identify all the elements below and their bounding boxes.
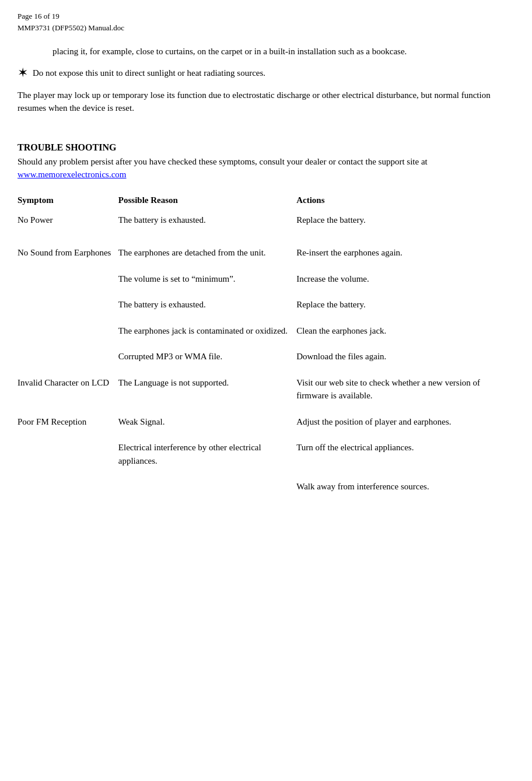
- cell-action: [296, 236, 514, 243]
- cell-symptom: Poor FM Reception: [18, 412, 118, 432]
- sun-warning-row: ✶ Do not expose this unit to direct sunl…: [18, 66, 514, 80]
- cell-symptom: [18, 269, 118, 289]
- cell-symptom: No Power: [18, 210, 118, 230]
- cell-action: Turn off the electrical appliances.: [296, 437, 514, 471]
- section-title: TROUBLE SHOOTING: [18, 142, 514, 153]
- static-paragraph: The player may lock up or temporary lose…: [18, 89, 514, 115]
- table-spacer-row: [18, 341, 514, 346]
- header-line2: MMP3731 (DFP5502) Manual.doc: [18, 23, 514, 33]
- indent-paragraph: placing it, for example, close to curtai…: [52, 45, 514, 58]
- table-spacer-row: [18, 432, 514, 437]
- cell-symptom: [18, 236, 118, 243]
- table-spacer-row: [18, 471, 514, 477]
- col-header-reason: Possible Reason: [118, 192, 296, 210]
- cell-reason: The battery is exhausted.: [118, 295, 296, 315]
- cell-reason: Electrical interference by other electri…: [118, 437, 296, 471]
- table-row: Poor FM ReceptionWeak Signal.Adjust the …: [18, 412, 514, 432]
- cell-action: Clean the earphones jack.: [296, 321, 514, 341]
- table-row: The earphones jack is contaminated or ox…: [18, 321, 514, 341]
- cell-symptom: [18, 321, 118, 341]
- cell-symptom: [18, 295, 118, 315]
- col-header-symptom: Symptom: [18, 192, 118, 210]
- table-row: [18, 236, 514, 243]
- table-row: Invalid Character on LCD The Language is…: [18, 373, 514, 406]
- cell-symptom: [18, 437, 118, 471]
- cell-reason: The earphones jack is contaminated or ox…: [118, 321, 296, 341]
- intro-before-link: Should any problem persist after you hav…: [18, 157, 428, 166]
- table-spacer-row: [18, 406, 514, 412]
- cell-action: Adjust the position of player and earpho…: [296, 412, 514, 432]
- cell-symptom: Invalid Character on LCD: [18, 373, 118, 406]
- cell-reason: The earphones are detached from the unit…: [118, 243, 296, 263]
- table-row: Electrical interference by other electri…: [18, 437, 514, 471]
- sun-warning-text: Do not expose this unit to direct sunlig…: [33, 66, 265, 80]
- col-header-action: Actions: [296, 192, 514, 210]
- cell-symptom: [18, 346, 118, 367]
- cell-action: Replace the battery.: [296, 295, 514, 315]
- page-header: Page 16 of 19 MMP3731 (DFP5502) Manual.d…: [18, 12, 514, 33]
- table-spacer-row: [18, 263, 514, 269]
- table-row: The volume is set to “minimum”.Increase …: [18, 269, 514, 289]
- cell-reason: [118, 236, 296, 243]
- cell-action: Re-insert the earphones again.: [296, 243, 514, 263]
- cell-symptom: [18, 477, 118, 497]
- cell-symptom: No Sound from Earphones: [18, 243, 118, 263]
- cell-action: Replace the battery.: [296, 210, 514, 230]
- table-spacer-row: [18, 289, 514, 295]
- table-spacer-row: [18, 230, 514, 236]
- table-row: Corrupted MP3 or WMA file.Download the f…: [18, 346, 514, 367]
- table-header-row: Symptom Possible Reason Actions: [18, 192, 514, 210]
- trouble-table: Symptom Possible Reason Actions No Power…: [18, 192, 514, 497]
- cell-action: Walk away from interference sources.: [296, 477, 514, 497]
- table-row: No Sound from EarphonesThe earphones are…: [18, 243, 514, 263]
- cell-reason: The battery is exhausted.: [118, 210, 296, 230]
- cell-action: Increase the volume.: [296, 269, 514, 289]
- intro-text: Should any problem persist after you hav…: [18, 155, 514, 181]
- cell-reason: The volume is set to “minimum”.: [118, 269, 296, 289]
- table-row: The battery is exhausted.Replace the bat…: [18, 295, 514, 315]
- support-link[interactable]: www.memorexelectronics.com: [18, 170, 126, 179]
- cell-action: Download the files again.: [296, 346, 514, 367]
- header-line1: Page 16 of 19: [18, 12, 514, 21]
- cell-reason: The Language is not supported.: [118, 373, 296, 406]
- cell-reason: Weak Signal.: [118, 412, 296, 432]
- cell-action: Visit our web site to check whether a ne…: [296, 373, 514, 406]
- table-spacer-row: [18, 315, 514, 321]
- sun-icon: ✶: [18, 65, 28, 80]
- table-spacer-row: [18, 367, 514, 373]
- cell-reason: [118, 477, 296, 497]
- cell-reason: Corrupted MP3 or WMA file.: [118, 346, 296, 367]
- table-row: No PowerThe battery is exhausted.Replace…: [18, 210, 514, 230]
- table-row: Walk away from interference sources.: [18, 477, 514, 497]
